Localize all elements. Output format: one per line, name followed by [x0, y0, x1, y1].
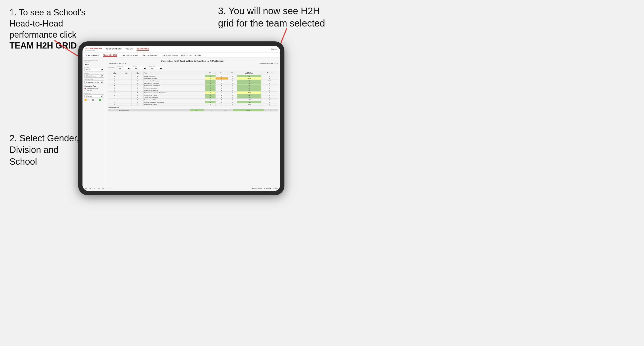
view-original[interactable]: 🖥 View: Original [252, 188, 262, 189]
cell-rounds: 9 [261, 101, 278, 103]
cell-win: 0 [205, 92, 216, 94]
cell-diff: 1.83 [237, 82, 261, 84]
opponents-label: Opponents: [108, 67, 115, 68]
cell-loss: 1 [216, 75, 228, 77]
region-filter[interactable]: (All) [133, 67, 147, 70]
cell-loss: 0 [216, 94, 228, 96]
cell-tie: 0 [228, 96, 237, 99]
radio-top100[interactable]: Top 100 [84, 90, 104, 91]
cell-rank: 3 [108, 77, 121, 80]
cell-opponent: Georgia Institute of Technology [144, 101, 205, 103]
cell-reg [121, 99, 132, 101]
th-tie: Tie [228, 71, 237, 75]
cell-conf: 2 [132, 77, 144, 80]
cell-rounds: 9 [261, 96, 278, 99]
cell-rank: 15 [108, 101, 121, 103]
ann1-text: 1. To see a School's Head-to-Head perfor… [10, 7, 85, 39]
cell-conf: 3 [132, 103, 144, 106]
nav-teams[interactable]: TEAMS [126, 47, 133, 51]
cell-loss: 1 [216, 103, 228, 106]
colour-legend: Down Level Up [84, 99, 104, 101]
conference-filter[interactable]: (All) [116, 67, 131, 70]
cell-tie: 0 [228, 75, 237, 77]
cell-reg [121, 94, 132, 96]
h2h-table: #Rank #Reg #Conf Opponent Win Loss Tie D… [108, 71, 278, 106]
cell-diff: 9.00 [237, 87, 261, 89]
filter-opponent: Opponent (All) [149, 65, 163, 70]
table-row: 6 2 Florida State University 4 2 0 1.83 … [108, 82, 278, 84]
cell-tie: 0 [228, 89, 237, 92]
cell-diff: -6.42 [237, 103, 261, 106]
cell-rounds: 3 [261, 94, 278, 96]
out-div-name: NCAA Division II [118, 109, 190, 112]
cell-loss: 2 [216, 82, 228, 84]
watch-btn[interactable]: 👁 Watch ▾ [264, 188, 271, 189]
th-loss: Loss [216, 71, 228, 75]
cell-reg [121, 75, 132, 77]
cell-opponent: Florida State University [144, 82, 205, 84]
table-row: 16 3 University of Florida 3 1 0 -6.42 9 [108, 103, 278, 106]
cell-diff: -4.33 [237, 92, 261, 94]
filter-conference: Conference (All) [116, 65, 131, 70]
cell-reg [121, 92, 132, 94]
subnav-player-h2h-grid[interactable]: PLAYER H2H GRID [162, 54, 178, 57]
cell-rank: 4 [108, 80, 121, 82]
th-rank: #Rank [108, 71, 121, 75]
cell-tie: 0 [228, 99, 237, 101]
cell-rounds: 2 [261, 87, 278, 89]
gender-select[interactable]: Men's [84, 68, 104, 71]
filters-row: Opponents: Conference (All) Region (All) [108, 65, 278, 70]
cell-rank: 14 [108, 99, 121, 101]
th-rounds: Rounds [261, 71, 278, 75]
cell-opponent: University of Virginia [144, 94, 205, 96]
sign-out[interactable]: Sign out [271, 48, 277, 50]
division-record: Division Record: 88 - 17 - 0 [260, 63, 278, 64]
copy-btn[interactable]: ⧉ [98, 187, 100, 190]
cell-opponent: University of Washington [144, 84, 205, 87]
radio-opponents-played[interactable]: Opponents Played [84, 88, 104, 89]
colour-by-select[interactable]: Win/loss [84, 94, 104, 98]
cell-rounds: 12 [261, 82, 278, 84]
bottom-toolbar: ↩ ↪ ← ⧉ ⊞ ⏱ 🖥 View: Original 👁 Watch ▾ ⇪… [82, 186, 280, 191]
redo-btn[interactable]: ↪ [89, 187, 92, 190]
radio-dot-top100 [84, 90, 86, 91]
back-btn[interactable]: ← [93, 187, 96, 190]
cell-rounds: 3 [261, 92, 278, 94]
share-btn[interactable]: ⇪ Share [273, 188, 278, 189]
cell-reg [121, 101, 132, 103]
cell-diff: 2.29 [237, 80, 261, 82]
clock-btn[interactable]: ⏱ [109, 187, 112, 190]
school-select[interactable]: 1. University of Nort... [84, 80, 104, 84]
sep1 [107, 187, 107, 190]
undo-btn[interactable]: ↩ [84, 187, 88, 190]
cell-reg [121, 96, 132, 99]
cell-rounds: 17 12 [261, 80, 278, 82]
cell-tie: 0 [228, 82, 237, 84]
subnav-player-h2h-heatmap[interactable]: PLAYER H2H HEATMAP [181, 54, 202, 57]
cell-conf: 3 [132, 87, 144, 89]
subnav-team-h2h-grid[interactable]: TEAM H2H GRID [103, 54, 117, 57]
subnav-team-h2h-heatmap[interactable]: TEAM H2H HEATMAP [120, 54, 139, 57]
opponent-filter[interactable]: (All) [149, 67, 163, 70]
circle-level-label: Level [95, 99, 98, 101]
radio-top100-label: Top 100 [87, 90, 92, 91]
th-reg: #Reg [121, 71, 132, 75]
table-row: 11 6 University of Arkansas, Fayettevill… [108, 92, 278, 94]
out-div-rounds: 3 [264, 109, 278, 112]
cell-diff: -1.00 [237, 99, 261, 101]
cell-loss: 0 [216, 84, 228, 87]
nav-tournaments[interactable]: TOURNAMENTS [106, 47, 122, 51]
subnav-team-summary[interactable]: TEAM SUMMARY [85, 54, 100, 57]
subnav-player-summary[interactable]: PLAYER SUMMARY [142, 54, 158, 57]
sidebar: Last Updated: 27/03/2024 16:55:38 Team G… [82, 58, 106, 186]
cell-win: 6 [205, 101, 216, 103]
ann3-text: 3. You will now see H2Hgrid for the team… [218, 6, 325, 28]
nav-committee[interactable]: COMMITTEE [136, 47, 149, 51]
cell-opponent: University of Arizona [144, 87, 205, 89]
cell-rounds: 9 [261, 103, 278, 106]
last-updated: Last Updated: 27/03/2024 16:55:38 [84, 60, 104, 63]
division-select[interactable]: NCAA Division I [84, 74, 104, 78]
division-label: Division [84, 73, 104, 74]
logo: SCOREBOARD Powered by clippd [85, 48, 102, 51]
paste-btn[interactable]: ⊞ [102, 187, 105, 190]
